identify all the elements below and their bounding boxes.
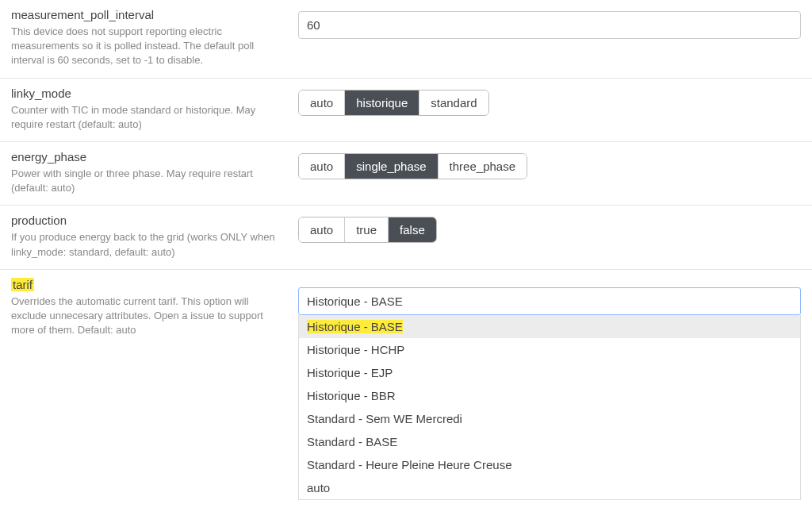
row-tarif: tarif Overrides the automatic current ta… (0, 270, 812, 508)
tarif-option[interactable]: auto (299, 476, 800, 499)
option-label: Historique - EJP (307, 366, 393, 379)
setting-desc: Overrides the automatic current tarif. T… (11, 294, 284, 338)
option-label: Standard - Heure Pleine Heure Creuse (307, 458, 511, 471)
setting-desc: This device does not support reporting e… (11, 25, 284, 68)
label-col: production If you produce energy back to… (11, 214, 298, 259)
production-false[interactable]: false (388, 217, 436, 242)
setting-name: production (11, 214, 67, 227)
control-col: Historique - BASE Historique - BASE Hist… (298, 278, 801, 500)
control-col: auto true false (298, 214, 801, 259)
linky-mode-historique[interactable]: historique (344, 90, 419, 115)
settings-list: measurement_poll_interval This device do… (0, 0, 812, 508)
tarif-option[interactable]: Historique - BASE (299, 315, 800, 338)
tarif-option[interactable]: Standard - BASE (299, 430, 800, 453)
linky-mode-standard[interactable]: standard (419, 90, 488, 115)
setting-desc: Power with single or three phase. May re… (11, 167, 284, 195)
tarif-option[interactable]: Historique - EJP (299, 361, 800, 384)
production-true[interactable]: true (344, 217, 388, 242)
setting-name: energy_phase (11, 150, 86, 164)
energy-phase-segmented: auto single_phase three_phase (298, 153, 527, 179)
poll-interval-input[interactable] (298, 11, 801, 39)
setting-name: tarif (11, 278, 34, 291)
linky-mode-auto[interactable]: auto (299, 90, 344, 115)
tarif-dropdown: Historique - BASE Historique - HCHP Hist… (298, 315, 801, 500)
setting-name: linky_mode (11, 87, 71, 100)
label-col: tarif Overrides the automatic current ta… (11, 278, 298, 500)
tarif-option[interactable]: Historique - BBR (299, 384, 800, 407)
option-label: Historique - BASE (307, 320, 403, 333)
energy-phase-single[interactable]: single_phase (344, 154, 437, 179)
option-label: Standard - Sem WE Mercredi (307, 412, 462, 425)
energy-phase-auto[interactable]: auto (299, 154, 344, 179)
row-linky-mode: linky_mode Counter with TIC in mode stan… (0, 79, 812, 142)
tarif-option[interactable]: Historique - HCHP (299, 338, 800, 361)
option-label: Historique - HCHP (307, 343, 404, 356)
linky-mode-segmented: auto historique standard (298, 90, 489, 116)
control-col: auto historique standard (298, 87, 801, 132)
option-label: Standard - BASE (307, 435, 397, 448)
production-segmented: auto true false (298, 217, 437, 243)
label-col: energy_phase Power with single or three … (11, 150, 298, 195)
production-auto[interactable]: auto (299, 217, 344, 242)
tarif-option[interactable]: Standard - Sem WE Mercredi (299, 407, 800, 430)
row-production: production If you produce energy back to… (0, 206, 812, 269)
tarif-option[interactable]: Standard - Heure Pleine Heure Creuse (299, 453, 800, 476)
tarif-select-display[interactable]: Historique - BASE (298, 287, 801, 315)
setting-desc: If you produce energy back to the grid (… (11, 230, 284, 259)
row-measurement-poll-interval: measurement_poll_interval This device do… (0, 0, 812, 79)
control-col: auto single_phase three_phase (298, 150, 801, 195)
control-col (298, 8, 801, 68)
setting-name: measurement_poll_interval (11, 8, 154, 21)
label-col: measurement_poll_interval This device do… (11, 8, 298, 68)
label-col: linky_mode Counter with TIC in mode stan… (11, 87, 298, 132)
option-label: auto (307, 481, 330, 495)
setting-desc: Counter with TIC in mode standard or his… (11, 103, 284, 132)
row-energy-phase: energy_phase Power with single or three … (0, 142, 812, 206)
tarif-select[interactable]: Historique - BASE Historique - BASE Hist… (298, 287, 801, 500)
energy-phase-three[interactable]: three_phase (438, 154, 527, 179)
option-label: Historique - BBR (307, 389, 396, 402)
